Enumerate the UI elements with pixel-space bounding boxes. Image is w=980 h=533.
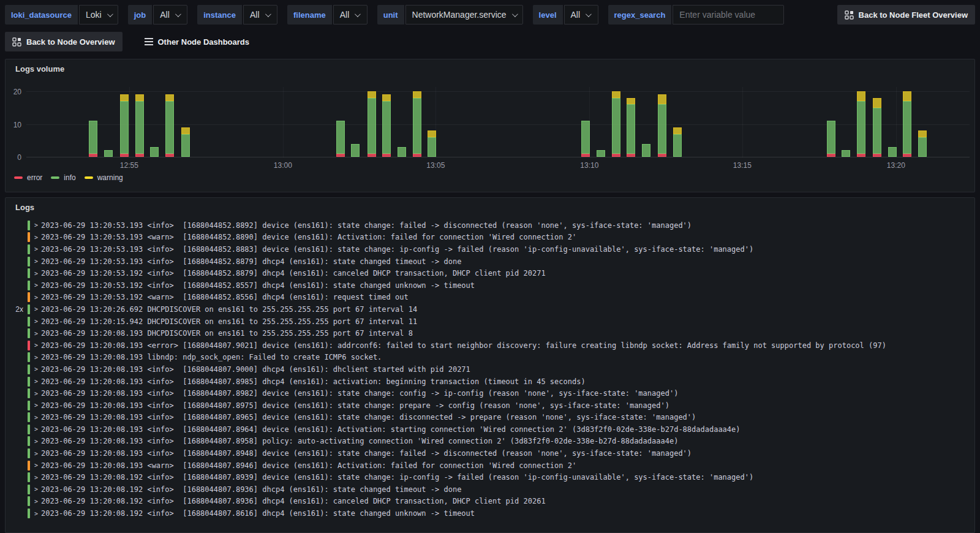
logs-volume-header[interactable]: Logs volume — [6, 59, 974, 74]
back-to-node-overview-button[interactable]: Back to Node Overview — [5, 32, 123, 51]
expand-chevron-icon[interactable]: > — [34, 426, 38, 433]
stacked-bar[interactable] — [873, 98, 881, 157]
variable-label-unit[interactable]: unit — [377, 5, 404, 25]
log-row[interactable]: >2023-06-29 13:20:08.193 DHCPDISCOVER on… — [6, 327, 974, 339]
variable-label-filename[interactable]: filename — [287, 5, 332, 25]
stacked-bar[interactable] — [120, 94, 129, 157]
stacked-bar[interactable] — [89, 121, 97, 157]
log-row[interactable]: >2023-06-29 13:20:53.193 <info> [1688044… — [6, 243, 974, 255]
variable-label-regex_search[interactable]: regex_search — [608, 5, 672, 25]
expand-chevron-icon[interactable]: > — [34, 414, 38, 421]
expand-chevron-icon[interactable]: > — [34, 486, 38, 493]
stacked-bar[interactable] — [351, 144, 360, 157]
stacked-bar[interactable] — [104, 150, 113, 157]
variable-label-level[interactable]: level — [533, 5, 563, 25]
log-row[interactable]: >2023-06-29 13:20:08.193 <warn> [1688044… — [6, 459, 974, 472]
stacked-bar[interactable] — [336, 121, 345, 157]
expand-chevron-icon[interactable]: > — [34, 234, 38, 241]
log-row[interactable]: >2023-06-29 13:20:08.193 <info> [1688044… — [6, 412, 974, 424]
variable-label-loki_datasource[interactable]: loki_datasource — [5, 5, 78, 25]
log-row[interactable]: >2023-06-29 13:20:08.192 <info> [1688044… — [6, 507, 974, 520]
expand-chevron-icon[interactable]: > — [34, 390, 38, 397]
expand-chevron-icon[interactable]: > — [34, 222, 38, 229]
log-row[interactable]: >2023-06-29 13:20:08.192 <info> [1688044… — [6, 496, 974, 508]
stacked-bar[interactable] — [382, 94, 391, 157]
stacked-bar[interactable] — [581, 121, 590, 157]
log-row[interactable]: >2023-06-29 13:20:53.192 <info> [1688044… — [6, 279, 974, 292]
expand-chevron-icon[interactable]: > — [34, 378, 38, 385]
variable-label-job[interactable]: job — [128, 5, 153, 25]
log-row[interactable]: >2023-06-29 13:20:53.193 <warn> [1688044… — [6, 232, 974, 244]
stacked-bar[interactable] — [181, 127, 190, 157]
other-node-dashboards-link[interactable]: Other Node Dashboards — [145, 37, 250, 47]
log-row[interactable]: >2023-06-29 13:20:08.193 <info> [1688044… — [6, 387, 974, 399]
log-row[interactable]: >2023-06-29 13:20:08.193 <info> [1688044… — [6, 363, 974, 376]
chart-plot-area[interactable] — [26, 87, 970, 157]
expand-chevron-icon[interactable]: > — [34, 510, 38, 517]
stacked-bar[interactable] — [903, 91, 911, 157]
stacked-bar[interactable] — [842, 150, 850, 157]
log-row[interactable]: >2023-06-29 13:20:53.193 <info> [1688044… — [6, 255, 974, 268]
expand-chevron-icon[interactable]: > — [34, 498, 38, 505]
expand-chevron-icon[interactable]: > — [34, 294, 38, 301]
log-row[interactable]: >2023-06-29 13:20:08.193 <info> [1688044… — [6, 447, 974, 459]
variable-value-filename[interactable]: All — [333, 5, 368, 25]
stacked-bar[interactable] — [857, 91, 865, 157]
stacked-bar[interactable] — [368, 91, 376, 157]
legend-item-info[interactable]: info — [51, 173, 75, 182]
expand-chevron-icon[interactable]: > — [34, 270, 38, 277]
stacked-bar[interactable] — [673, 127, 682, 157]
log-row[interactable]: 2x>2023-06-29 13:20:26.692 DHCPDISCOVER … — [6, 303, 974, 316]
stacked-bar[interactable] — [165, 94, 174, 157]
expand-chevron-icon[interactable]: > — [34, 474, 38, 481]
expand-chevron-icon[interactable]: > — [34, 402, 38, 409]
variable-label-instance[interactable]: instance — [197, 5, 242, 25]
log-row[interactable]: >2023-06-29 13:20:08.192 <info> [1688044… — [6, 471, 974, 483]
log-row[interactable]: >2023-06-29 13:20:53.192 <warn> [1688044… — [6, 292, 974, 304]
expand-chevron-icon[interactable]: > — [34, 246, 38, 252]
stacked-bar[interactable] — [428, 130, 436, 157]
stacked-bar[interactable] — [888, 147, 897, 157]
expand-chevron-icon[interactable]: > — [34, 330, 38, 337]
stacked-bar[interactable] — [627, 98, 635, 157]
stacked-bar[interactable] — [642, 144, 650, 157]
expand-chevron-icon[interactable]: > — [34, 450, 38, 457]
variable-value-job[interactable]: All — [153, 5, 187, 25]
log-row[interactable]: >2023-06-29 13:20:53.193 <info> [1688044… — [6, 219, 974, 232]
stacked-bar[interactable] — [612, 91, 620, 157]
variable-value-instance[interactable]: All — [243, 5, 277, 25]
stacked-bar[interactable] — [398, 147, 406, 157]
expand-chevron-icon[interactable]: > — [34, 354, 38, 361]
log-row[interactable]: >2023-06-29 13:20:08.193 <info> [1688044… — [6, 423, 974, 436]
log-row[interactable]: >2023-06-29 13:20:15.942 DHCPDISCOVER on… — [6, 316, 974, 328]
expand-chevron-icon[interactable]: > — [34, 342, 38, 349]
stacked-bar[interactable] — [413, 91, 421, 157]
variable-value-level[interactable]: All — [564, 5, 598, 25]
log-row[interactable]: >2023-06-29 13:20:08.193 <info> [1688044… — [6, 399, 974, 412]
log-row[interactable]: >2023-06-29 13:20:08.193 <info> [1688044… — [6, 436, 974, 448]
log-row[interactable]: >2023-06-29 13:20:08.193 libndp: ndp_soc… — [6, 352, 974, 364]
log-row[interactable]: >2023-06-29 13:20:53.192 <info> [1688044… — [6, 267, 974, 279]
log-row[interactable]: >2023-06-29 13:20:08.192 <info> [1688044… — [6, 483, 974, 496]
variable-value-loki_datasource[interactable]: Loki — [79, 5, 118, 25]
back-to-node-fleet-overview-button[interactable]: Back to Node Fleet Overview — [837, 5, 975, 25]
regex_search-input[interactable] — [679, 10, 777, 20]
expand-chevron-icon[interactable]: > — [34, 366, 38, 372]
stacked-bar[interactable] — [827, 121, 835, 157]
stacked-bar[interactable] — [658, 94, 666, 157]
log-row[interactable]: >2023-06-29 13:20:08.193 <error> [168804… — [6, 339, 974, 352]
expand-chevron-icon[interactable]: > — [34, 438, 38, 445]
legend-item-warning[interactable]: warning — [85, 173, 123, 182]
log-row[interactable]: >2023-06-29 13:20:08.193 <info> [1688044… — [6, 376, 974, 388]
stacked-bar[interactable] — [918, 130, 927, 157]
expand-chevron-icon[interactable]: > — [34, 306, 38, 312]
variable-value-unit[interactable]: NetworkManager.service — [405, 5, 523, 25]
stacked-bar[interactable] — [150, 147, 159, 157]
expand-chevron-icon[interactable]: > — [34, 282, 38, 289]
legend-item-error[interactable]: error — [14, 173, 42, 182]
expand-chevron-icon[interactable]: > — [34, 258, 38, 265]
logs-header[interactable]: Logs — [6, 198, 974, 212]
variable-input-regex_search[interactable] — [673, 5, 784, 25]
stacked-bar[interactable] — [597, 150, 605, 157]
stacked-bar[interactable] — [135, 94, 144, 157]
